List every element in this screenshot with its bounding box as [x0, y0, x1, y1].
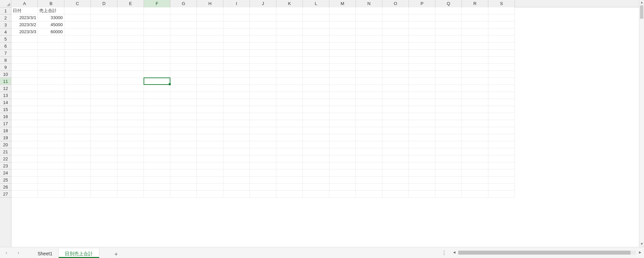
cell-S19[interactable] — [488, 134, 515, 141]
cell-L9[interactable] — [303, 64, 329, 71]
cell-K11[interactable] — [276, 78, 303, 85]
cell-P9[interactable] — [409, 64, 435, 71]
cell-G12[interactable] — [170, 85, 197, 92]
cell-C26[interactable] — [64, 184, 91, 191]
cell-G10[interactable] — [170, 71, 197, 78]
cell-N6[interactable] — [356, 43, 382, 50]
cell-N13[interactable] — [356, 92, 382, 99]
cell-R18[interactable] — [462, 127, 488, 134]
cell-G27[interactable] — [170, 191, 197, 198]
scroll-right-arrow-icon[interactable]: ▶ — [637, 250, 643, 255]
cell-I3[interactable] — [223, 21, 250, 29]
cell-I18[interactable] — [223, 127, 250, 134]
cell-C8[interactable] — [64, 57, 91, 64]
cell-J15[interactable] — [250, 106, 276, 113]
cell-N15[interactable] — [356, 106, 382, 113]
cell-F13[interactable] — [144, 92, 170, 99]
column-header-M[interactable]: M — [329, 0, 356, 7]
cell-Q17[interactable] — [435, 120, 462, 127]
cell-J6[interactable] — [250, 43, 276, 50]
cell-S3[interactable] — [488, 21, 515, 29]
cell-M16[interactable] — [329, 113, 356, 120]
cell-O10[interactable] — [382, 71, 409, 78]
cell-F19[interactable] — [144, 134, 170, 141]
cell-B19[interactable] — [38, 134, 64, 141]
cell-K27[interactable] — [276, 191, 303, 198]
cell-R25[interactable] — [462, 176, 488, 184]
cell-F14[interactable] — [144, 99, 170, 106]
cell-K3[interactable] — [276, 21, 303, 29]
cell-G21[interactable] — [170, 148, 197, 155]
cell-G25[interactable] — [170, 176, 197, 184]
cell-L7[interactable] — [303, 50, 329, 57]
cell-K25[interactable] — [276, 176, 303, 184]
cell-P25[interactable] — [409, 176, 435, 184]
cell-C12[interactable] — [64, 85, 91, 92]
cell-F5[interactable] — [144, 36, 170, 43]
cell-B21[interactable] — [38, 148, 64, 155]
cell-Q13[interactable] — [435, 92, 462, 99]
cell-L8[interactable] — [303, 57, 329, 64]
cell-O16[interactable] — [382, 113, 409, 120]
cell-M15[interactable] — [329, 106, 356, 113]
cell-H7[interactable] — [197, 50, 223, 57]
cell-A9[interactable] — [11, 64, 38, 71]
cell-P18[interactable] — [409, 127, 435, 134]
cell-L23[interactable] — [303, 162, 329, 169]
cell-L13[interactable] — [303, 92, 329, 99]
cell-R15[interactable] — [462, 106, 488, 113]
cell-G4[interactable] — [170, 29, 197, 36]
cell-I7[interactable] — [223, 50, 250, 57]
cell-C2[interactable] — [64, 14, 91, 21]
cell-L12[interactable] — [303, 85, 329, 92]
cell-A8[interactable] — [11, 57, 38, 64]
cell-B16[interactable] — [38, 113, 64, 120]
cell-M2[interactable] — [329, 14, 356, 21]
cell-B26[interactable] — [38, 184, 64, 191]
column-header-H[interactable]: H — [197, 0, 223, 7]
row-header-15[interactable]: 15 — [0, 106, 11, 113]
cell-D21[interactable] — [91, 148, 117, 155]
cell-O3[interactable] — [382, 21, 409, 29]
cell-N18[interactable] — [356, 127, 382, 134]
cell-F23[interactable] — [144, 162, 170, 169]
cell-J4[interactable] — [250, 29, 276, 36]
cell-B1[interactable]: 売上合計 — [38, 7, 64, 14]
horizontal-scroll-track[interactable] — [458, 251, 636, 255]
cell-N27[interactable] — [356, 191, 382, 198]
cell-S16[interactable] — [488, 113, 515, 120]
cell-D13[interactable] — [91, 92, 117, 99]
cell-L15[interactable] — [303, 106, 329, 113]
cell-P7[interactable] — [409, 50, 435, 57]
cell-K20[interactable] — [276, 141, 303, 148]
cell-L14[interactable] — [303, 99, 329, 106]
cell-R1[interactable] — [462, 7, 488, 14]
cell-B25[interactable] — [38, 176, 64, 184]
cell-I12[interactable] — [223, 85, 250, 92]
row-header-27[interactable]: 27 — [0, 191, 11, 198]
cell-I4[interactable] — [223, 29, 250, 36]
row-header-20[interactable]: 20 — [0, 141, 11, 148]
cell-H9[interactable] — [197, 64, 223, 71]
cell-H26[interactable] — [197, 184, 223, 191]
cell-O23[interactable] — [382, 162, 409, 169]
cell-D5[interactable] — [91, 36, 117, 43]
cell-C25[interactable] — [64, 176, 91, 184]
cell-R2[interactable] — [462, 14, 488, 21]
cell-P3[interactable] — [409, 21, 435, 29]
cell-E27[interactable] — [117, 191, 144, 198]
cell-M25[interactable] — [329, 176, 356, 184]
cell-D27[interactable] — [91, 191, 117, 198]
cell-L6[interactable] — [303, 43, 329, 50]
cell-S25[interactable] — [488, 176, 515, 184]
cell-K17[interactable] — [276, 120, 303, 127]
cell-H27[interactable] — [197, 191, 223, 198]
cell-R24[interactable] — [462, 169, 488, 176]
cell-H10[interactable] — [197, 71, 223, 78]
cell-A3[interactable]: 2023/3/2 — [11, 21, 38, 29]
cell-M1[interactable] — [329, 7, 356, 14]
cell-M19[interactable] — [329, 134, 356, 141]
cell-I8[interactable] — [223, 57, 250, 64]
cell-K16[interactable] — [276, 113, 303, 120]
cell-Q12[interactable] — [435, 85, 462, 92]
